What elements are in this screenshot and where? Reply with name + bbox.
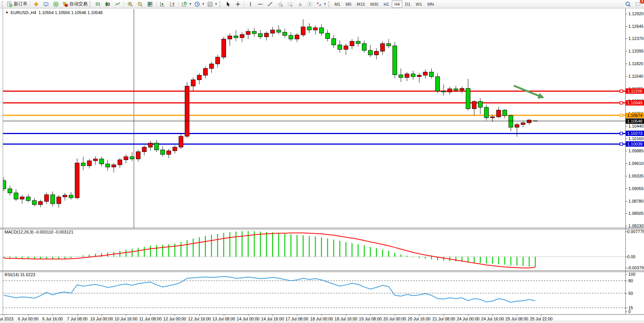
bar-chart-icon (95, 1, 101, 7)
tile-windows-button[interactable] (145, 0, 155, 8)
timeframe-button-m5[interactable]: M5 (343, 0, 354, 8)
horizontal-line-icon (257, 1, 263, 7)
time-tick-mark (419, 314, 419, 316)
candle-body (313, 28, 317, 30)
bar-chart-button[interactable] (93, 0, 103, 8)
candle-body (8, 189, 12, 193)
toolbar-grip[interactable] (328, 1, 330, 7)
timeframe-button-m30[interactable]: M30 (368, 0, 381, 8)
candle-body (356, 41, 360, 43)
timeframe-button-mn[interactable]: MN (425, 0, 437, 8)
candle-body (81, 163, 85, 166)
timeframe-button-w1[interactable]: W1 (413, 0, 425, 8)
dropdown-caret-icon[interactable]: ▼ (215, 2, 218, 6)
rsi-tick-label: 0 (628, 309, 631, 314)
candle-body (112, 165, 116, 167)
signals-icon (53, 1, 59, 7)
price-tick-label: 1.09055 (628, 186, 644, 191)
toolbar-separator (124, 1, 124, 7)
vertical-line-button[interactable] (245, 0, 255, 8)
autotrading-button[interactable]: 自动交易 (61, 0, 89, 8)
candles-chart-button[interactable] (103, 0, 113, 8)
horizontal-line-button[interactable] (255, 0, 265, 8)
zoom-out-button[interactable] (135, 0, 145, 8)
metaeditor-icon (43, 1, 49, 7)
time-tick-mark (102, 314, 102, 316)
candle-body (472, 101, 476, 109)
clock-icon (194, 1, 200, 7)
time-tick-mark (248, 314, 249, 316)
cursor-button[interactable] (223, 0, 233, 8)
market-button[interactable] (31, 0, 41, 8)
timeframe-button-d1[interactable]: D1 (402, 0, 413, 8)
label-button[interactable]: T (305, 0, 315, 8)
time-tick-mark (175, 314, 175, 316)
auto-scroll-button[interactable] (158, 0, 167, 8)
price-tick-mark (625, 38, 627, 39)
candle-body (411, 74, 415, 77)
periods-button[interactable]: ▼ (193, 0, 206, 8)
timeframe-button-h4[interactable]: H4 (392, 0, 402, 8)
price-tick-mark (625, 226, 627, 226)
new-order-button[interactable]: 新订单 (5, 0, 29, 8)
rsi-pane[interactable] (3, 272, 625, 314)
zoom-in-icon (127, 1, 133, 7)
svg-text:T: T (309, 2, 311, 6)
candle-body (466, 88, 470, 109)
candle-body (258, 34, 263, 37)
line-chart-button[interactable] (113, 0, 123, 8)
macd-tick-label: 0.00 (627, 254, 635, 259)
candle-body (283, 32, 287, 35)
candle-body (350, 41, 354, 46)
templates-button[interactable]: ▼ (206, 0, 219, 8)
candle-body (332, 38, 336, 45)
time-tick-mark (126, 314, 126, 316)
candlestick-icon (105, 1, 111, 7)
chat-button[interactable]: 1 (633, 0, 643, 8)
candle-body (209, 64, 214, 69)
indicators-button[interactable]: ▼ (180, 0, 193, 8)
price-tick-mark (625, 51, 627, 51)
toolbar-grip[interactable] (89, 1, 91, 7)
toolbar-grip[interactable] (2, 1, 4, 7)
toolbar-grip[interactable] (220, 1, 222, 7)
metaeditor-button[interactable] (41, 0, 51, 8)
rsi-tick-label: 100 (628, 272, 635, 277)
trendline-button[interactable] (265, 0, 275, 8)
candle-body (265, 33, 269, 37)
pane-border-main-bottom[interactable] (0, 228, 644, 228)
signals-button[interactable] (51, 0, 61, 8)
time-tick-mark (297, 314, 297, 316)
pane-border-rsi-bottom[interactable] (0, 314, 644, 315)
candle-body (124, 157, 128, 160)
text-button[interactable]: A (295, 0, 305, 8)
timeframe-button-h1[interactable]: H1 (381, 0, 392, 8)
dropdown-caret-icon[interactable]: ▼ (324, 2, 327, 6)
candle-body (93, 159, 97, 161)
arrows-button[interactable]: ▼ (315, 0, 328, 8)
zoom-in-button[interactable] (125, 0, 135, 8)
dropdown-caret-icon[interactable]: ▼ (189, 2, 192, 6)
level-line-handle (620, 90, 623, 93)
candle-body (509, 115, 513, 127)
crosshair-button[interactable] (233, 0, 243, 8)
price-tick-mark (625, 213, 627, 214)
equidistant-channel-button[interactable]: E (275, 0, 285, 8)
price-tick-mark (625, 64, 627, 64)
level-line-handle (620, 114, 623, 117)
pane-border-macd-bottom[interactable] (0, 270, 644, 271)
price-pane[interactable] (3, 9, 625, 228)
candle-body (167, 151, 171, 155)
dropdown-caret-icon[interactable]: ▼ (202, 2, 205, 6)
timeframe-button-m15[interactable]: M15 (354, 0, 367, 8)
timeframe-button-m1[interactable]: M1 (332, 0, 343, 8)
time-tick-mark (541, 314, 542, 316)
price-axis-border[interactable] (625, 8, 626, 314)
autotrading-icon (62, 1, 68, 7)
search-button[interactable] (623, 0, 633, 8)
macd-pane[interactable] (3, 229, 625, 270)
chart-shift-button[interactable] (167, 0, 177, 8)
fibonacci-button[interactable]: F (285, 0, 295, 8)
price-level-label: 1.10273 (626, 131, 644, 136)
price-tick-label: 1.11540 (628, 74, 643, 78)
